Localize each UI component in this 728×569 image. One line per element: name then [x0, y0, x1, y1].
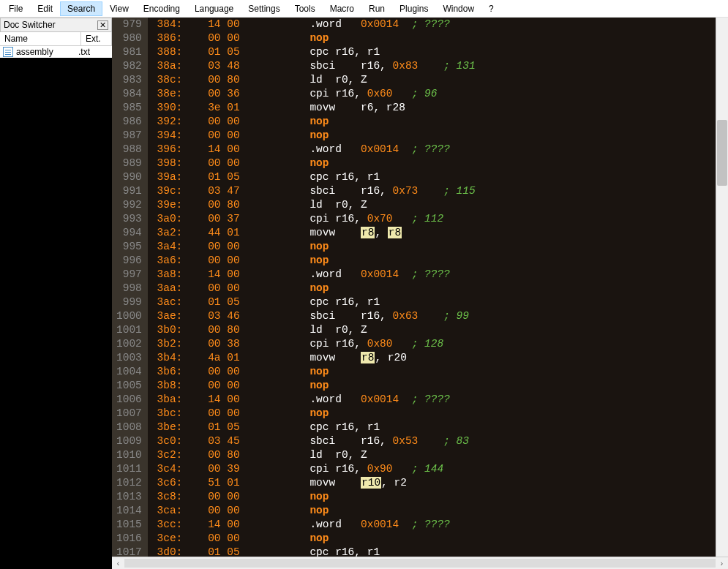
line-number: 1013	[116, 490, 142, 504]
code-line[interactable]: 394: 00 00 nop	[151, 129, 716, 143]
line-number: 1003	[116, 351, 142, 365]
file-icon	[3, 47, 13, 57]
code-line[interactable]: 3c0: 03 45 sbci r16, 0x53 ; 83	[151, 434, 716, 448]
doc-switcher-title: Doc Switcher	[4, 20, 56, 30]
line-number: 985	[116, 101, 142, 115]
line-number: 1007	[116, 407, 142, 421]
code-line[interactable]: 3be: 01 05 cpc r16, r1	[151, 421, 716, 434]
code-line[interactable]: 3ce: 00 00 nop	[151, 532, 716, 546]
line-number: 986	[116, 115, 142, 129]
horizontal-scrollbar[interactable]: ‹ ›	[112, 557, 728, 569]
line-number: 988	[116, 143, 142, 157]
code-line[interactable]: 384: 14 00 .word 0x0014 ; ????	[151, 18, 716, 31]
code-line[interactable]: 3a2: 44 01 movw r8, r8	[151, 226, 716, 240]
menu-edit[interactable]: Edit	[30, 1, 60, 16]
code-line[interactable]: 398: 00 00 nop	[151, 157, 716, 170]
scroll-left-icon[interactable]: ‹	[112, 557, 124, 570]
line-number: 1012	[116, 476, 142, 490]
line-number: 1008	[116, 421, 142, 434]
menu-help[interactable]: ?	[481, 1, 501, 16]
column-ext[interactable]: Ext.	[81, 32, 112, 45]
line-number: 980	[116, 31, 142, 45]
code-line[interactable]: 39e: 00 80 ld r0, Z	[151, 198, 716, 212]
code-line[interactable]: 3b2: 00 38 cpi r16, 0x80 ; 128	[151, 337, 716, 351]
menu-tools[interactable]: Tools	[288, 1, 323, 16]
code-line[interactable]: 3cc: 14 00 .word 0x0014 ; ????	[151, 518, 716, 532]
code-line[interactable]: 3ac: 01 05 cpc r16, r1	[151, 295, 716, 309]
menubar: FileEditSearchViewEncodingLanguageSettin…	[0, 0, 728, 18]
line-number: 1017	[116, 546, 142, 557]
menu-settings[interactable]: Settings	[241, 1, 287, 16]
code-line[interactable]: 3b8: 00 00 nop	[151, 379, 716, 393]
scroll-right-icon[interactable]: ›	[716, 557, 728, 570]
main-area: Doc Switcher ✕ Name Ext. assembly .txt 9…	[0, 18, 728, 569]
vertical-scrollbar-thumb[interactable]	[717, 120, 727, 186]
code-line[interactable]: 3a0: 00 37 cpi r16, 0x70 ; 112	[151, 212, 716, 226]
line-number: 1011	[116, 462, 142, 476]
code-line[interactable]: 39a: 01 05 cpc r16, r1	[151, 170, 716, 184]
menu-macro[interactable]: Macro	[323, 1, 361, 16]
code-line[interactable]: 396: 14 00 .word 0x0014 ; ????	[151, 143, 716, 157]
list-item[interactable]: assembly .txt	[0, 46, 112, 58]
code-line[interactable]: 386: 00 00 nop	[151, 31, 716, 45]
line-number: 979	[116, 18, 142, 31]
line-number-gutter: 9799809819829839849859869879889899909919…	[112, 18, 148, 557]
code-line[interactable]: 3c2: 00 80 ld r0, Z	[151, 448, 716, 462]
code-line[interactable]: 39c: 03 47 sbci r16, 0x73 ; 115	[151, 184, 716, 198]
menu-run[interactable]: Run	[361, 1, 392, 16]
line-number: 987	[116, 129, 142, 143]
line-number: 994	[116, 226, 142, 240]
code-line[interactable]: 3c6: 51 01 movw r10, r2	[151, 476, 716, 490]
code-line[interactable]: 38e: 00 36 cpi r16, 0x60 ; 96	[151, 87, 716, 101]
doc-switcher-header: Doc Switcher ✕	[0, 18, 112, 32]
line-number: 992	[116, 198, 142, 212]
line-number: 990	[116, 170, 142, 184]
line-number: 995	[116, 240, 142, 254]
sidebar-empty	[0, 58, 112, 569]
code-content[interactable]: 384: 14 00 .word 0x0014 ; ???? 386: 00 0…	[148, 18, 716, 557]
code-line[interactable]: 38c: 00 80 ld r0, Z	[151, 73, 716, 87]
code-line[interactable]: 3a8: 14 00 .word 0x0014 ; ????	[151, 268, 716, 282]
menu-plugins[interactable]: Plugins	[392, 1, 435, 16]
code-line[interactable]: 3c4: 00 39 cpi r16, 0x90 ; 144	[151, 462, 716, 476]
line-number: 981	[116, 45, 142, 59]
code-line[interactable]: 3aa: 00 00 nop	[151, 282, 716, 295]
code-line[interactable]: 388: 01 05 cpc r16, r1	[151, 45, 716, 59]
code-line[interactable]: 3ba: 14 00 .word 0x0014 ; ????	[151, 393, 716, 407]
close-icon[interactable]: ✕	[97, 20, 108, 30]
line-number: 996	[116, 254, 142, 268]
menu-file[interactable]: File	[1, 1, 30, 16]
line-number: 982	[116, 59, 142, 73]
code-line[interactable]: 390: 3e 01 movw r6, r28	[151, 101, 716, 115]
code-line[interactable]: 3a6: 00 00 nop	[151, 254, 716, 268]
code-line[interactable]: 3d0: 01 05 cpc r16, r1	[151, 546, 716, 557]
line-number: 983	[116, 73, 142, 87]
line-number: 999	[116, 295, 142, 309]
code-line[interactable]: 392: 00 00 nop	[151, 115, 716, 129]
code-line[interactable]: 3c8: 00 00 nop	[151, 490, 716, 504]
line-number: 1004	[116, 365, 142, 379]
horizontal-scrollbar-thumb[interactable]	[124, 559, 716, 568]
code-line[interactable]: 3b0: 00 80 ld r0, Z	[151, 323, 716, 337]
menu-view[interactable]: View	[102, 1, 136, 16]
line-number: 1010	[116, 448, 142, 462]
code-editor[interactable]: 9799809819829839849859869879889899909919…	[112, 18, 728, 557]
doc-switcher-panel: Doc Switcher ✕ Name Ext. assembly .txt	[0, 18, 112, 569]
code-line[interactable]: 3ae: 03 46 sbci r16, 0x63 ; 99	[151, 309, 716, 323]
code-line[interactable]: 3b4: 4a 01 movw r8, r20	[151, 351, 716, 365]
menu-search[interactable]: Search	[60, 1, 102, 16]
line-number: 1006	[116, 393, 142, 407]
line-number: 989	[116, 157, 142, 170]
code-line[interactable]: 38a: 03 48 sbci r16, 0x83 ; 131	[151, 59, 716, 73]
horizontal-scrollbar-track[interactable]	[124, 557, 716, 569]
code-line[interactable]: 3b6: 00 00 nop	[151, 365, 716, 379]
column-name[interactable]: Name	[0, 32, 81, 45]
code-line[interactable]: 3a4: 00 00 nop	[151, 240, 716, 254]
code-line[interactable]: 3bc: 00 00 nop	[151, 407, 716, 421]
vertical-scrollbar[interactable]	[716, 18, 728, 557]
menu-language[interactable]: Language	[187, 1, 241, 16]
menu-encoding[interactable]: Encoding	[136, 1, 187, 16]
doc-switcher-columns: Name Ext.	[0, 32, 112, 46]
code-line[interactable]: 3ca: 00 00 nop	[151, 504, 716, 518]
menu-window[interactable]: Window	[435, 1, 481, 16]
